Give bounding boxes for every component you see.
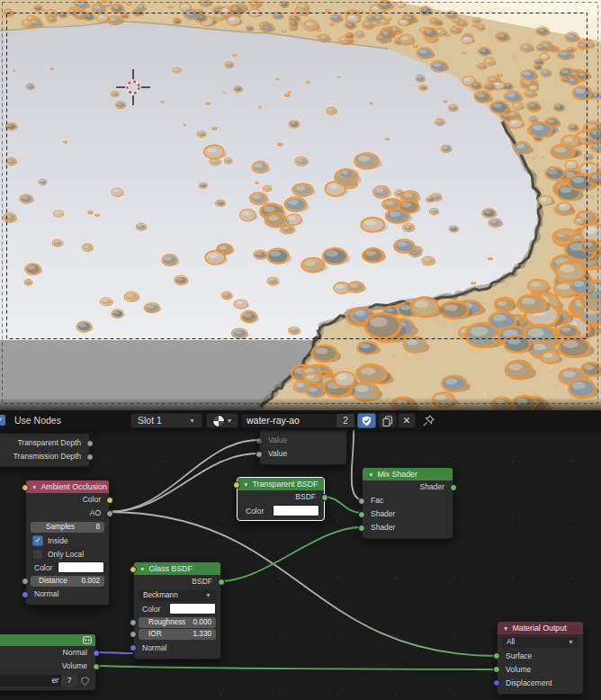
socket-color-input[interactable] — [22, 484, 29, 491]
stone[interactable] — [288, 91, 292, 93]
stone[interactable] — [255, 182, 259, 184]
stone[interactable] — [588, 172, 601, 184]
stone[interactable] — [6, 157, 17, 165]
color-swatch[interactable] — [273, 505, 319, 516]
fake-user-shield-button[interactable] — [357, 413, 376, 428]
stone[interactable] — [101, 0, 112, 7]
stone[interactable] — [541, 69, 552, 76]
stone[interactable] — [512, 103, 524, 111]
stone[interactable] — [443, 100, 447, 103]
stone[interactable] — [258, 23, 263, 27]
stone[interactable] — [206, 102, 211, 105]
stone[interactable] — [75, 12, 87, 20]
stone[interactable] — [63, 140, 67, 143]
stone[interactable] — [258, 106, 262, 108]
stone[interactable] — [183, 123, 186, 126]
distribution-dropdown[interactable]: Beckmann▼ — [139, 590, 216, 601]
fake-user-toggle[interactable] — [77, 675, 92, 687]
stone[interactable] — [282, 30, 287, 32]
stone[interactable] — [484, 84, 497, 91]
stone[interactable] — [267, 277, 280, 285]
socket-ior-input[interactable] — [130, 631, 137, 638]
stone[interactable] — [554, 103, 566, 111]
socket-distance-input[interactable] — [22, 578, 29, 585]
stone[interactable] — [306, 81, 310, 84]
stone[interactable] — [276, 78, 280, 80]
stone[interactable] — [484, 58, 497, 66]
socket-fac-input[interactable] — [358, 498, 365, 505]
stone[interactable] — [568, 77, 579, 85]
socket-volume-input[interactable] — [493, 666, 500, 673]
material-users-count[interactable]: 2 — [336, 414, 354, 427]
stone[interactable] — [277, 142, 283, 146]
node-light-path-partial[interactable]: Transparent Depth Transmission Depth — [0, 433, 90, 467]
duplicate-material-button[interactable] — [378, 413, 397, 428]
stone[interactable] — [370, 103, 373, 105]
socket-surface-input[interactable] — [493, 652, 500, 660]
stone[interactable] — [462, 51, 466, 54]
unlink-material-button[interactable]: ✕ — [398, 413, 416, 428]
color-swatch[interactable] — [169, 603, 216, 615]
color-swatch[interactable] — [58, 561, 104, 573]
stone[interactable] — [588, 128, 601, 141]
group-datablock-row[interactable]: er 7 — [0, 675, 92, 687]
stone[interactable] — [337, 76, 340, 78]
stone[interactable] — [221, 292, 233, 299]
socket-volume-output[interactable] — [93, 663, 100, 670]
socket-transmission-depth[interactable] — [86, 453, 94, 461]
shader-node-editor[interactable]: ✓ Use Nodes Slot 1▼ ▼ water-ray-ao 2 — [0, 410, 601, 700]
stone[interactable] — [41, 8, 46, 11]
stone[interactable] — [327, 107, 337, 114]
stone[interactable] — [329, 22, 335, 26]
socket-bsdf-output[interactable] — [218, 579, 225, 586]
group-name-field[interactable]: er — [0, 675, 61, 687]
socket-shader-output[interactable] — [450, 484, 457, 491]
node-ambient-occlusion[interactable]: ▼Ambient Occlusion Color AO Samples8 ✓In… — [25, 480, 110, 606]
socket-color-input[interactable] — [233, 481, 240, 489]
inside-checkbox-row[interactable]: ✓Inside — [26, 534, 109, 547]
stone[interactable] — [345, 38, 349, 40]
checkbox-unchecked[interactable] — [32, 549, 43, 560]
socket-bsdf-output[interactable] — [321, 494, 328, 501]
samples-field[interactable]: Samples8 — [31, 522, 104, 533]
stone[interactable] — [289, 121, 300, 129]
stone[interactable] — [472, 24, 478, 28]
stone[interactable] — [387, 17, 391, 21]
stone[interactable] — [578, 42, 588, 49]
node-glass-bsdf[interactable]: ▼Glass BSDF BSDF Beckmann▼ Color Roughne… — [133, 561, 221, 660]
socket-normal-input[interactable] — [130, 644, 137, 651]
socket-normal-output[interactable] — [93, 650, 100, 657]
node-mix-shader[interactable]: ▼Mix Shader Shader Fac Shader Shader — [362, 467, 453, 539]
checkbox-checked[interactable]: ✓ — [32, 535, 43, 546]
stone[interactable] — [161, 101, 165, 103]
socket-value-1[interactable] — [256, 437, 263, 444]
socket-color-input[interactable] — [130, 566, 137, 573]
node-group-partial[interactable]: Normal Volume er 7 — [0, 633, 96, 691]
roughness-field[interactable]: Roughness0.000 — [139, 617, 216, 628]
stone[interactable] — [94, 213, 100, 216]
stone[interactable] — [450, 27, 462, 34]
stone[interactable] — [446, 11, 457, 19]
socket-color-output[interactable] — [106, 497, 113, 504]
stone[interactable] — [488, 257, 493, 260]
socket-normal-input[interactable] — [22, 591, 29, 598]
stone[interactable] — [284, 94, 290, 97]
only-local-checkbox-row[interactable]: Only Local — [26, 547, 109, 561]
stone[interactable] — [471, 282, 476, 284]
stone[interactable] — [375, 23, 380, 26]
socket-transparent-depth[interactable] — [86, 440, 94, 447]
stone[interactable] — [568, 124, 579, 132]
material-name-field[interactable]: water-ray-ao 2 — [240, 413, 355, 428]
ior-field[interactable]: IOR1.330 — [139, 629, 216, 640]
stone[interactable] — [325, 9, 330, 13]
stone[interactable] — [87, 211, 93, 214]
socket-displacement-input[interactable] — [493, 679, 500, 687]
stone[interactable] — [385, 138, 390, 140]
slot-dropdown[interactable]: Slot 1▼ — [130, 413, 202, 428]
socket-shader1-input[interactable] — [358, 511, 365, 518]
socket-roughness-input[interactable] — [130, 619, 137, 626]
stone[interactable] — [13, 70, 15, 72]
stone[interactable] — [49, 67, 54, 70]
stone[interactable] — [22, 20, 33, 28]
use-nodes-checkbox[interactable]: ✓ — [0, 415, 5, 426]
